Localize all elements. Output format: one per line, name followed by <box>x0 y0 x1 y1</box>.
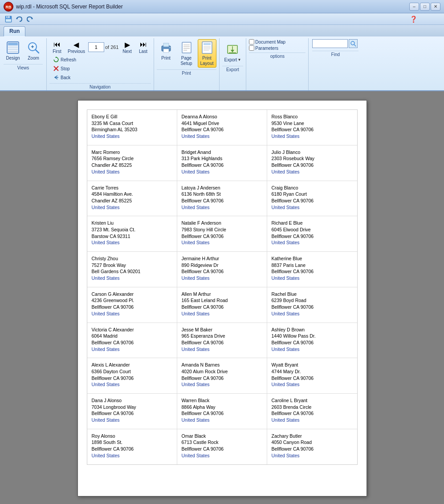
address-cell: Victoria C Alexander 6064 Madrid Bellflo… <box>87 323 177 359</box>
export-button[interactable]: Export ▼ <box>222 41 244 64</box>
back-button[interactable]: Back <box>51 73 149 81</box>
address-cell: Carrie Torres 4584 Hamiltion Ave. Chandl… <box>87 181 177 217</box>
minimize-button[interactable]: – <box>409 3 419 11</box>
find-input[interactable] <box>312 39 348 48</box>
address-cell: Rachel Blue 6239 Boyd Road Bellflower CA… <box>267 287 357 323</box>
next-button[interactable]: ▶ Next <box>120 39 135 55</box>
address-cell: Julio J Blanco 2303 Rosebuck Way Bellflo… <box>267 145 357 181</box>
addr-street: 6366 Dayton Court <box>92 368 172 375</box>
address-cell: Marc Romero 7656 Ramsey Circle Chandler … <box>87 145 177 181</box>
zoom-icon <box>26 40 41 55</box>
addr-city: Bellflower CA 90706 <box>272 233 353 240</box>
addr-street: 4236 Greenwood Pl. <box>92 297 172 304</box>
run-tab-area: Run <box>0 25 444 36</box>
last-label: Last <box>139 49 147 54</box>
undo-button[interactable] <box>14 15 24 24</box>
last-button[interactable]: ⏭ Last <box>136 39 151 55</box>
svg-rect-33 <box>204 43 211 45</box>
addr-name: Ebony E Gill <box>92 113 172 120</box>
addr-country: United States <box>182 133 262 140</box>
previous-icon: ◀ <box>72 40 81 49</box>
addr-country: United States <box>182 381 262 388</box>
find-search-button[interactable] <box>349 39 358 48</box>
export-group-label: Export <box>222 66 244 73</box>
page-total-label: of 261 <box>105 44 119 50</box>
address-grid: Ebony E Gill 3235 Mi Casa Court Birmingh… <box>87 109 358 465</box>
address-cell: Roy Alonso 1898 South St. Bellflower CA … <box>87 429 177 464</box>
redo-button[interactable] <box>25 15 35 24</box>
stop-button[interactable]: Stop <box>51 65 149 73</box>
addr-street: 7983 Stony Hill Circle <box>182 226 262 233</box>
address-cell: Katherine Blue 8837 Paris Lane Bellflowe… <box>267 252 357 287</box>
page-setup-button[interactable]: Page Setup <box>177 39 196 68</box>
address-cell: Zachary Butler 4050 Canyon Road Bellflow… <box>267 429 357 464</box>
addr-city: Bellflower CA 90706 <box>272 268 353 275</box>
addr-street: 7527 Brook Way <box>92 262 172 269</box>
window-controls[interactable]: – □ ✕ <box>409 3 440 11</box>
svg-rect-41 <box>229 52 236 53</box>
addr-city: Barstow CA 92311 <box>92 233 172 240</box>
print-layout-button[interactable]: Print Layout <box>198 39 216 68</box>
main-area: Ebony E Gill 3235 Mi Casa Court Birmingh… <box>0 91 444 504</box>
design-button[interactable]: Design <box>4 39 22 62</box>
addr-country: United States <box>92 346 172 353</box>
addr-name: Roy Alonso <box>92 433 172 439</box>
back-label: Back <box>61 75 70 80</box>
addr-name: Rachel Blue <box>272 291 353 298</box>
print-group-buttons: Print Page Setup <box>157 39 216 68</box>
run-tab[interactable]: Run <box>4 26 25 36</box>
address-cell: Amanda N Barnes 4020 Alum Rock Drive Bel… <box>177 358 267 394</box>
addr-country: United States <box>92 239 172 246</box>
addr-street: 2603 Brenda Circle <box>272 404 353 411</box>
addr-city: Bellflower CA 90706 <box>272 126 353 133</box>
first-button[interactable]: ⏮ First <box>49 39 65 55</box>
zoom-button[interactable]: Zoom <box>24 39 43 62</box>
save-button[interactable] <box>4 15 13 24</box>
zoom-label: Zoom <box>28 56 39 61</box>
close-button[interactable]: ✕ <box>431 3 440 11</box>
addr-city: Bellflower CA 90706 <box>182 162 262 169</box>
addr-name: Ross Blanco <box>272 113 353 120</box>
addr-city: Bellflower CA 90706 <box>182 304 262 310</box>
parameters-checkbox[interactable] <box>249 45 254 51</box>
document-map-checkbox[interactable] <box>249 39 254 44</box>
address-cell: Dana J Alonso 7034 Longbrood Way Bellflo… <box>87 394 177 429</box>
help-button[interactable]: ❓ <box>410 16 417 23</box>
addr-name: Allen M Arthur <box>182 291 262 298</box>
addr-country: United States <box>182 239 262 246</box>
page-number-input[interactable] <box>88 42 104 52</box>
options-group-label: options <box>249 52 306 60</box>
addr-street: 2303 Rosebuck Way <box>272 155 353 162</box>
addr-country: United States <box>272 310 353 317</box>
addr-city: Bellflower CA 90706 <box>272 304 353 310</box>
addr-city: Bellflower CA 90706 <box>272 339 353 346</box>
find-group-label: Find <box>312 51 358 58</box>
addr-name: Deanna A Alonso <box>182 113 262 120</box>
export-dropdown-arrow[interactable]: ▼ <box>237 58 241 62</box>
addr-street: 4641 Miguel Drive <box>182 120 262 127</box>
addr-city: Bellflower CA 90706 <box>272 446 353 452</box>
refresh-button[interactable]: Refresh <box>51 56 149 64</box>
addr-country: United States <box>92 275 172 282</box>
addr-street: 890 Ridgeview Dr <box>182 262 262 269</box>
addr-name: Victoria C Alexander <box>92 327 172 333</box>
addr-city: Bellflower CA 90706 <box>92 410 172 417</box>
svg-rect-4 <box>7 16 8 18</box>
find-group: Find <box>309 38 362 90</box>
previous-button[interactable]: ◀ Previous <box>65 39 87 55</box>
addr-street: 1440 Willow Pass Dr. <box>272 333 353 339</box>
addr-country: United States <box>92 169 172 175</box>
addr-street: 6239 Boyd Road <box>272 297 353 304</box>
address-cell: Carson G Alexander 4236 Greenwood Pl. Be… <box>87 287 177 323</box>
svg-rect-27 <box>182 42 191 53</box>
print-layout-icon <box>200 40 214 55</box>
print-button[interactable]: Print <box>157 39 175 68</box>
svg-rect-25 <box>163 49 169 52</box>
options-group: Document Map Parameters options <box>246 38 309 90</box>
addr-name: Omar Black <box>182 433 262 439</box>
addr-country: United States <box>92 310 172 317</box>
addr-street: 7034 Longbrood Way <box>92 404 172 411</box>
restore-button[interactable]: □ <box>420 3 430 11</box>
addr-name: Christy Zhou <box>92 255 172 262</box>
design-label: Design <box>6 56 20 61</box>
